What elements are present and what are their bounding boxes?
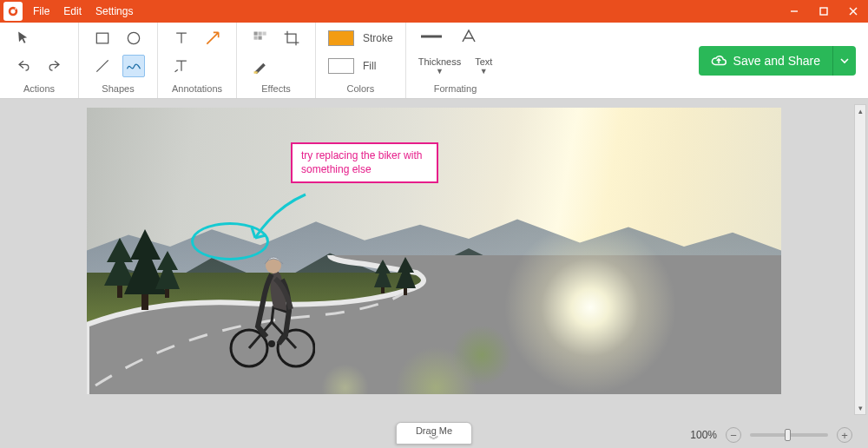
- svg-rect-7: [96, 33, 108, 43]
- title-bar: File Edit Settings: [0, 0, 868, 23]
- svg-rect-18: [165, 289, 169, 298]
- group-colors: Stroke Fill Colors: [316, 23, 406, 98]
- rectangle-tool-icon[interactable]: [91, 27, 114, 49]
- cursor-tool-icon[interactable]: [12, 27, 35, 49]
- minimize-button[interactable]: [779, 0, 809, 23]
- group-shapes-label: Shapes: [102, 83, 134, 96]
- text-arrow-tool-icon[interactable]: [170, 55, 193, 77]
- svg-point-1: [10, 9, 15, 13]
- thickness-icon: [418, 30, 444, 43]
- drag-handle[interactable]: Drag Me ︾: [396, 422, 472, 445]
- svg-point-23: [268, 340, 275, 347]
- app-logo-icon: [3, 2, 23, 21]
- stroke-color-swatch[interactable]: [328, 30, 354, 46]
- close-button[interactable]: [838, 0, 868, 23]
- scroll-down-icon[interactable]: ▾: [855, 402, 865, 414]
- group-actions-label: Actions: [23, 83, 55, 96]
- svg-rect-11: [259, 32, 262, 36]
- menu-file[interactable]: File: [28, 2, 55, 21]
- group-annotations: Annotations: [158, 23, 237, 98]
- svg-rect-20: [404, 288, 407, 295]
- group-colors-label: Colors: [346, 83, 374, 96]
- window-controls: [779, 0, 868, 23]
- fill-label: Fill: [363, 60, 376, 72]
- annotation-textbox[interactable]: try replacing the biker with something e…: [291, 142, 438, 183]
- save-share-caret[interactable]: [832, 46, 856, 76]
- menu-bar: File Edit Settings: [28, 2, 138, 21]
- svg-point-8: [128, 32, 139, 43]
- group-formating: Thickness ▼ Text ▼ Formating: [406, 23, 505, 98]
- maximize-button[interactable]: [809, 0, 838, 23]
- save-share-button[interactable]: Save and Share: [699, 46, 832, 76]
- group-shapes: Shapes: [79, 23, 158, 98]
- line-tool-icon[interactable]: [91, 55, 114, 77]
- group-annotations-label: Annotations: [172, 83, 222, 96]
- curve-tool-icon[interactable]: [122, 55, 145, 77]
- annotation-arrow[interactable]: [245, 190, 314, 251]
- pixelate-tool-icon[interactable]: [249, 27, 272, 49]
- vertical-scrollbar[interactable]: ▴ ▾: [854, 104, 866, 415]
- menu-edit[interactable]: Edit: [58, 2, 87, 21]
- group-effects-label: Effects: [261, 83, 290, 96]
- text-format-icon: [460, 29, 477, 44]
- cloud-upload-icon: [711, 53, 727, 69]
- zoom-out-button[interactable]: −: [726, 427, 741, 443]
- svg-rect-14: [263, 32, 266, 36]
- zoom-slider[interactable]: [750, 433, 828, 437]
- image-canvas[interactable]: try replacing the biker with something e…: [87, 108, 781, 394]
- group-formating-label: Formating: [434, 83, 477, 96]
- text-tool-icon[interactable]: [170, 27, 193, 49]
- menu-settings[interactable]: Settings: [90, 2, 138, 21]
- group-effects: Effects: [237, 23, 316, 98]
- svg-rect-10: [254, 32, 258, 36]
- group-actions: Actions: [0, 23, 79, 98]
- svg-point-2: [15, 8, 16, 10]
- thickness-label: Thickness: [418, 56, 462, 67]
- chevron-double-down-icon: ︾: [416, 436, 452, 443]
- undo-icon[interactable]: [12, 55, 35, 77]
- ellipse-tool-icon[interactable]: [122, 27, 145, 49]
- crop-tool-icon[interactable]: [280, 27, 303, 49]
- redo-icon[interactable]: [43, 55, 66, 77]
- thickness-dropdown[interactable]: ▼: [436, 67, 444, 76]
- status-bar: Drag Me ︾ 100% − +: [0, 420, 868, 448]
- ribbon-toolbar: Actions Shapes Annotations: [0, 23, 868, 99]
- workspace: try replacing the biker with something e…: [0, 99, 868, 420]
- svg-rect-19: [381, 287, 385, 293]
- zoom-level: 100%: [690, 429, 717, 441]
- zoom-controls: 100% − +: [690, 427, 852, 443]
- svg-rect-17: [141, 294, 148, 310]
- scroll-up-icon[interactable]: ▴: [855, 105, 865, 117]
- fill-color-swatch[interactable]: [328, 58, 354, 74]
- highlighter-tool-icon[interactable]: [249, 55, 272, 77]
- text-dropdown[interactable]: ▼: [480, 67, 488, 76]
- arrow-annot-icon[interactable]: [201, 27, 224, 49]
- svg-line-9: [96, 60, 108, 71]
- text-label: Text: [475, 56, 492, 67]
- zoom-in-button[interactable]: +: [837, 427, 852, 443]
- save-share-label: Save and Share: [733, 54, 820, 68]
- save-share-group: Save and Share: [699, 46, 856, 76]
- svg-rect-12: [254, 36, 258, 40]
- chevron-down-icon: [840, 56, 849, 65]
- svg-rect-13: [259, 36, 262, 40]
- svg-rect-4: [820, 8, 827, 15]
- stroke-label: Stroke: [363, 32, 393, 44]
